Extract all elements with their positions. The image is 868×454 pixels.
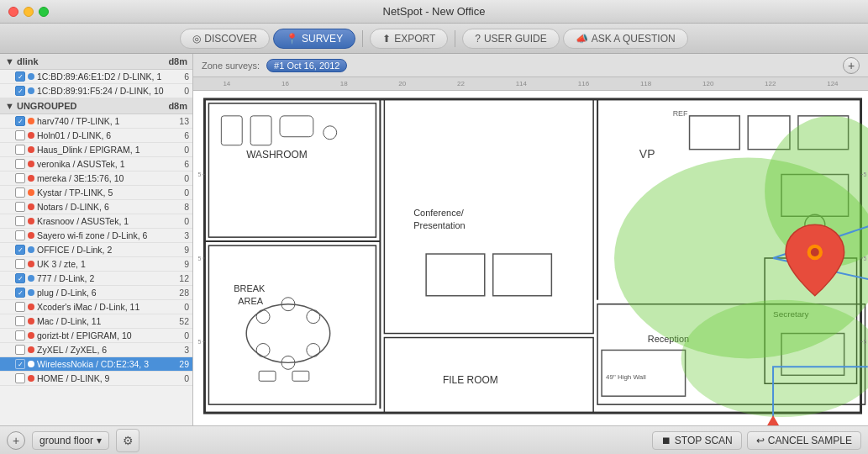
svg-text:5: 5	[197, 339, 201, 345]
checkbox-dlink2[interactable]	[15, 86, 25, 96]
dot-wirelessnokia	[28, 361, 34, 367]
zone-bar: Zone surveys: #1 Oct 16, 2012 +	[193, 54, 868, 77]
sidebar-item-office[interactable]: OFFICE / D-Link, 2 9	[0, 243, 192, 257]
checkbox-sayero[interactable]	[15, 230, 25, 240]
sidebar-item-krasnoov[interactable]: Krasnoov / ASUSTek, 1 0	[0, 214, 192, 229]
dot-holn	[28, 132, 34, 139]
checkbox-haus[interactable]	[15, 145, 25, 155]
tab-askquestion[interactable]: 📣 ASK A QUESTION	[563, 29, 688, 49]
sidebar-item-gorizt[interactable]: gorizt-bt / EPIGRAM, 10 0	[0, 329, 192, 343]
checkbox-mac[interactable]	[15, 316, 25, 326]
dot-gorizt	[28, 332, 34, 339]
sidebar-item-haus[interactable]: Haus_Dlink / EPIGRAM, 1 0	[0, 143, 192, 157]
checkbox-xcoder[interactable]	[15, 302, 25, 312]
sidebar-item-notars[interactable]: Notars / D-LINK, 6 8	[0, 200, 192, 214]
sidebar-group-header-dlink[interactable]: ▼ dlink d8m	[0, 54, 192, 70]
maximize-button[interactable]	[39, 7, 49, 17]
sidebar-item-kystar[interactable]: Kystar / TP-LINK, 5 0	[0, 186, 192, 200]
add-floor-button[interactable]: +	[7, 431, 25, 450]
stop-scan-button[interactable]: ⏹ STOP SCAN	[652, 431, 742, 450]
sidebar-item-home[interactable]: HOME / D-LINK, 9 0	[0, 372, 192, 386]
nav-divider	[362, 30, 363, 47]
checkbox-dlink1[interactable]	[15, 71, 25, 82]
tab-survey[interactable]: 📍 SURVEY	[273, 29, 355, 49]
sidebar-item-xcoder[interactable]: Xcoder's iMac / D-Link, 11 0	[0, 300, 192, 314]
sidebar-item-veronika[interactable]: veronika / ASUSTek, 1 6	[0, 157, 192, 172]
checkbox-wirelessnokia[interactable]	[15, 359, 25, 369]
map-area[interactable]: Zone surveys: #1 Oct 16, 2012 + 14 16 18…	[193, 54, 868, 425]
checkbox-gorizt[interactable]	[15, 330, 25, 340]
sidebar-item-uk3[interactable]: UK 3 / zte, 1 9	[0, 257, 192, 272]
svg-text:Presentation: Presentation	[413, 220, 465, 230]
dot-plug	[28, 289, 34, 296]
tab-discover[interactable]: ◎ DISCOVER	[180, 29, 270, 49]
sidebar-group-header-ungrouped[interactable]: ▼ UNGROUPED d8m	[0, 98, 192, 114]
cancel-sample-button[interactable]: ↩ CANCEL SAMPLE	[747, 431, 861, 450]
minimize-button[interactable]	[24, 7, 34, 17]
sidebar-item-777[interactable]: 777 / D-Link, 2 12	[0, 272, 192, 286]
tab-export[interactable]: ⬆ EXPORT	[370, 29, 448, 49]
close-button[interactable]	[8, 7, 18, 17]
svg-point-57	[811, 248, 819, 256]
checkbox-holn[interactable]	[15, 130, 25, 140]
nav-divider-2	[455, 30, 455, 47]
svg-text:5: 5	[197, 256, 201, 261]
svg-text:WASHROOM: WASHROOM	[246, 149, 308, 161]
stop-icon: ⏹	[661, 435, 671, 446]
checkbox-veronika[interactable]	[15, 159, 25, 169]
sidebar-item-mereka[interactable]: mereka / 3E:15:76, 10 0	[0, 172, 192, 186]
dot-sayero	[28, 232, 34, 239]
dot-dlink2	[28, 87, 34, 94]
dot-home	[28, 375, 34, 382]
dot-dlink1	[28, 73, 34, 80]
dot-harv	[28, 118, 34, 124]
svg-text:BREAK: BREAK	[234, 283, 266, 293]
title-bar: NetSpot - New Office	[0, 0, 868, 24]
zone-selector[interactable]: #1 Oct 16, 2012	[266, 59, 347, 72]
checkbox-mereka[interactable]	[15, 173, 25, 183]
dot-notars	[28, 203, 34, 210]
main-content: ▼ dlink d8m 1C:BD:89:A6:E1:D2 / D-LINK, …	[0, 54, 868, 425]
sidebar-item-dlink1[interactable]: 1C:BD:89:A6:E1:D2 / D-LINK, 1 6	[0, 70, 192, 84]
checkbox-zyxel[interactable]	[15, 345, 25, 355]
checkbox-harv[interactable]	[15, 116, 25, 126]
tab-userguide[interactable]: ? USER GUIDE	[462, 29, 559, 49]
dot-kystar	[28, 189, 34, 196]
checkbox-office[interactable]	[15, 245, 25, 255]
settings-button[interactable]: ⚙	[116, 429, 139, 452]
svg-text:Conference/: Conference/	[413, 208, 465, 218]
checkbox-777[interactable]	[15, 273, 25, 283]
window-title: NetSpot - New Office	[383, 5, 486, 18]
sidebar-item-harv[interactable]: harv740 / TP-LINK, 1 13	[0, 114, 192, 129]
checkbox-kystar[interactable]	[15, 187, 25, 198]
dot-mereka	[28, 175, 34, 182]
discover-icon: ◎	[192, 33, 201, 45]
sidebar-item-sayero[interactable]: Sayero wi-fi zone / D-Link, 6 3	[0, 229, 192, 243]
gear-icon: ⚙	[123, 434, 134, 447]
sidebar: ▼ dlink d8m 1C:BD:89:A6:E1:D2 / D-LINK, …	[0, 54, 193, 425]
add-zone-button[interactable]: +	[843, 57, 860, 74]
floor-selector[interactable]: ground floor ▾	[32, 431, 109, 450]
sidebar-item-wirelessnokia[interactable]: WirelessNokia / CD:E2:34, 3 29	[0, 357, 192, 372]
export-icon: ⬆	[382, 33, 391, 45]
sidebar-item-dlink2[interactable]: 1C:BD:89:91:F5:24 / D-LINK, 10 0	[0, 84, 192, 98]
checkbox-krasnoov[interactable]	[15, 216, 25, 226]
sidebar-item-mac[interactable]: Mac / D-Link, 11 52	[0, 314, 192, 329]
checkbox-notars[interactable]	[15, 202, 25, 212]
sidebar-item-zyxel[interactable]: ZyXEL / ZyXEL, 6 3	[0, 343, 192, 357]
floor-label: ground floor	[39, 435, 93, 446]
cancel-icon: ↩	[756, 435, 765, 446]
sidebar-item-plug[interactable]: plug / D-Link, 6 28	[0, 286, 192, 300]
dot-veronika	[28, 161, 34, 167]
svg-text:5: 5	[864, 339, 867, 345]
traffic-lights	[8, 7, 49, 17]
checkbox-plug[interactable]	[15, 288, 25, 298]
checkbox-uk3[interactable]	[15, 259, 25, 269]
checkbox-home[interactable]	[15, 373, 25, 383]
floor-dropdown-icon: ▾	[97, 435, 102, 446]
svg-text:VP: VP	[639, 147, 655, 161]
dot-777	[28, 275, 34, 282]
svg-text:5: 5	[197, 172, 201, 177]
bottom-bar: + ground floor ▾ ⚙ ⏹ STOP SCAN ↩ CANCEL …	[0, 425, 868, 454]
sidebar-item-holn[interactable]: Holn01 / D-LINK, 6 6	[0, 129, 192, 143]
